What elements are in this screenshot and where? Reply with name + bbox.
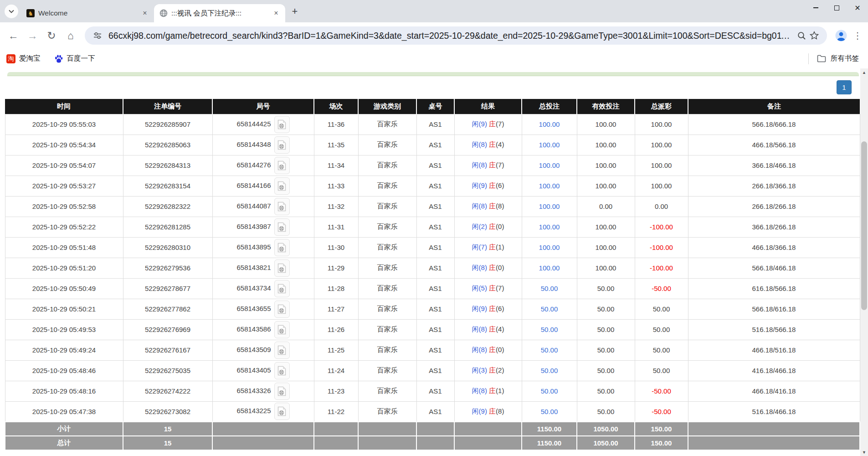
cell-total_bet: 100.00 — [522, 217, 577, 237]
video-replay-button[interactable] — [274, 259, 290, 277]
result-player: 闲(8) — [472, 346, 487, 353]
total-bet-link[interactable]: 50.00 — [541, 326, 558, 333]
home-button[interactable]: ⌂ — [61, 26, 80, 45]
cell-game_type: 百家乐 — [358, 299, 416, 319]
cell-result: 闲(8) 庄(0) — [454, 340, 522, 360]
total-bet-link[interactable]: 100.00 — [539, 141, 560, 149]
cell-round_id: 658144166 — [212, 176, 314, 196]
total-bet-link[interactable]: 100.00 — [539, 120, 560, 128]
cell-table_no: AS1 — [416, 401, 454, 422]
folder-icon — [817, 55, 826, 62]
result-player: 闲(3) — [472, 366, 487, 374]
cell-bet_id: 522926284313 — [123, 155, 212, 176]
pagination-page-1-button[interactable]: 1 — [837, 80, 852, 94]
result-banker-score: (1) — [496, 387, 504, 394]
round-number: 658143895 — [236, 243, 271, 250]
total-bet-link[interactable]: 100.00 — [539, 264, 560, 272]
all-bookmarks-label: 所有书签 — [831, 54, 859, 63]
video-replay-button[interactable] — [274, 177, 290, 195]
video-replay-button[interactable] — [274, 301, 290, 318]
cell-round_id: 658143895 — [212, 237, 314, 258]
cell-remark: 466.18/416.18 — [688, 381, 860, 401]
site-settings-icon[interactable] — [91, 29, 104, 42]
table-foot: 小计151150.001050.00150.00总计151150.001050.… — [5, 422, 860, 450]
tab-search-button[interactable] — [5, 5, 18, 18]
total-bet-link[interactable]: 50.00 — [541, 367, 558, 374]
result-banker-score: (4) — [496, 140, 504, 148]
total-bet-link[interactable]: 100.00 — [539, 202, 560, 210]
cell-remark: 616.18/566.18 — [688, 278, 860, 299]
video-replay-button[interactable] — [274, 321, 290, 338]
table-row: 2025-10-29 05:51:48522926280310658143895… — [5, 237, 860, 258]
tab-bet-records[interactable]: :::视讯 会员下注纪录::: × — [154, 4, 285, 22]
total-bet-link[interactable]: 50.00 — [541, 408, 558, 415]
globe-icon — [159, 9, 168, 17]
url-text[interactable]: 66cxkj98.com/game/betrecord_search/kind3… — [108, 31, 791, 41]
video-replay-button[interactable] — [274, 157, 290, 174]
result-banker-score: (0) — [496, 264, 504, 271]
scrollbar-thumb[interactable] — [861, 141, 867, 310]
video-replay-button[interactable] — [274, 218, 290, 236]
window-minimize-button[interactable] — [805, 0, 826, 16]
total-bet-link[interactable]: 50.00 — [541, 285, 558, 292]
video-replay-button[interactable] — [274, 280, 290, 297]
video-replay-button[interactable] — [274, 239, 290, 256]
cell-bet_id: 522926285907 — [123, 114, 212, 135]
video-replay-button[interactable] — [274, 136, 290, 154]
zoom-page-icon[interactable] — [795, 29, 808, 42]
cell-game_type: 百家乐 — [358, 401, 416, 422]
column-header: 有效投注 — [577, 99, 635, 114]
cell-total_bet: 100.00 — [522, 258, 577, 278]
total-bet-link[interactable]: 100.00 — [539, 161, 560, 169]
result-player: 闲(9) — [472, 181, 487, 189]
result-banker: 庄 — [489, 387, 496, 394]
refresh-button[interactable]: ↻ — [42, 26, 61, 45]
close-tab-icon[interactable]: × — [140, 9, 149, 18]
address-bar[interactable]: 66cxkj98.com/game/betrecord_search/kind3… — [85, 26, 827, 45]
total-bet-link[interactable]: 50.00 — [541, 305, 558, 313]
cell-round_id: 658143326 — [212, 381, 314, 401]
video-replay-button[interactable] — [274, 403, 290, 420]
video-replay-button[interactable] — [274, 116, 290, 133]
close-tab-icon[interactable]: × — [272, 9, 281, 18]
video-replay-button[interactable] — [274, 198, 290, 215]
scroll-up-arrow[interactable]: ▲ — [860, 68, 868, 76]
cell-total_bet: 50.00 — [522, 381, 577, 401]
total-bet-link[interactable]: 50.00 — [541, 387, 558, 395]
cell-session: 11-27 — [314, 299, 358, 319]
cell-remark: 366.18/466.18 — [688, 155, 860, 176]
bookmark-baidu[interactable]: 百度一下 — [54, 54, 95, 63]
cell-result: 闲(9) 庄(7) — [454, 114, 522, 135]
video-replay-button[interactable] — [274, 342, 290, 359]
cell-valid_bet: 50.00 — [577, 340, 635, 360]
total-bet-link[interactable]: 100.00 — [539, 182, 560, 190]
maximize-icon — [834, 5, 839, 10]
new-tab-button[interactable]: + — [288, 5, 302, 18]
cell-time: 2025-10-29 05:48:46 — [5, 360, 123, 381]
window-close-button[interactable]: ✕ — [847, 0, 868, 16]
window-maximize-button[interactable] — [826, 0, 847, 16]
video-replay-button[interactable] — [274, 362, 290, 379]
cell-round_id: 658144425 — [212, 114, 314, 135]
column-header: 注单编号 — [123, 99, 212, 114]
result-banker: 庄 — [489, 407, 496, 415]
total-bet-link[interactable]: 50.00 — [541, 346, 558, 354]
scroll-down-arrow[interactable]: ▼ — [860, 448, 868, 456]
cell-session: 11-29 — [314, 258, 358, 278]
forward-button[interactable]: → — [23, 26, 42, 45]
back-button[interactable]: ← — [4, 26, 23, 45]
browser-menu-button[interactable]: ⋮ — [851, 30, 864, 41]
cell-payout: 0.00 — [635, 196, 688, 217]
video-replay-icon — [277, 263, 286, 273]
video-replay-button[interactable] — [274, 383, 290, 400]
bookmark-aitaobao[interactable]: 淘 爱淘宝 — [6, 54, 41, 63]
bookmark-star-icon[interactable] — [808, 29, 821, 42]
result-banker-score: (0) — [496, 346, 504, 353]
vertical-scrollbar[interactable]: ▲ ▼ — [860, 68, 868, 456]
tab-welcome[interactable]: ♞ Welcome × — [21, 4, 154, 22]
total-bet-link[interactable]: 100.00 — [539, 244, 560, 251]
cell-round_id: 658143655 — [212, 299, 314, 319]
profile-avatar[interactable] — [833, 28, 849, 43]
total-bet-link[interactable]: 100.00 — [539, 223, 560, 231]
all-bookmarks[interactable]: 所有书签 — [808, 53, 862, 64]
